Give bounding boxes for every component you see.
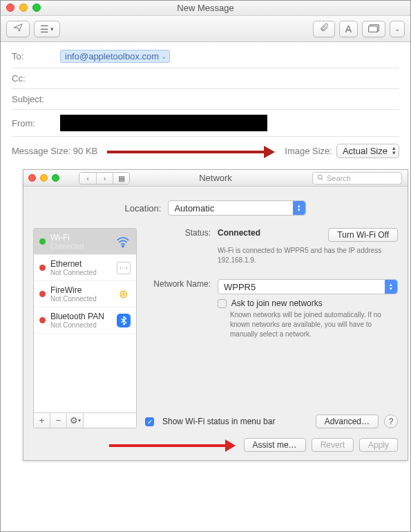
sidebar-item-sub: Connected [50, 243, 111, 250]
annotation-arrow [107, 148, 275, 155]
firewire-icon: ⊛ [115, 287, 131, 301]
sidebar-item-sub: Not Connected [50, 295, 111, 303]
chevron-down-icon: ▾ [78, 417, 81, 424]
show-status-checkbox[interactable] [145, 417, 154, 426]
close-window-button[interactable] [6, 3, 15, 12]
chevron-right-icon: › [104, 174, 106, 182]
network-name-select[interactable]: WPPR5 [218, 279, 398, 294]
search-placeholder: Search [327, 174, 351, 182]
image-size-value: Actual Size [343, 146, 388, 156]
ethernet-icon: ‹··› [117, 262, 131, 274]
message-meta-row: Message Size: 90 KB Image Size: Actual S… [12, 137, 399, 167]
to-label: To: [12, 51, 60, 61]
from-redacted [60, 115, 267, 131]
list-icon: ☰ [40, 23, 49, 35]
select-arrows-icon [293, 201, 305, 215]
image-size-select[interactable]: Actual Size ▴▾ [336, 144, 399, 158]
sidebar-item-firewire[interactable]: FireWire Not Connected ⊛ [34, 281, 136, 307]
mail-toolbar: ☰ ▾ A ⌄ [1, 16, 410, 42]
sidebar-item-bluetooth[interactable]: Bluetooth PAN Not Connected [34, 307, 136, 334]
svg-line-3 [321, 178, 323, 180]
turn-wifi-off-button[interactable]: Turn Wi-Fi Off [328, 228, 398, 242]
remove-interface-button[interactable]: − [50, 413, 67, 428]
close-window-button[interactable] [28, 174, 36, 182]
grid-icon: ▦ [118, 174, 125, 183]
forward-button[interactable]: › [96, 173, 113, 184]
ask-to-join-description: Known networks will be joined automatica… [230, 310, 398, 339]
assist-me-button[interactable]: Assist me… [244, 438, 306, 452]
emoji-button[interactable]: ⌄ [390, 21, 405, 37]
location-select[interactable]: Automatic [168, 200, 306, 216]
from-row[interactable]: From: [12, 110, 399, 137]
bluetooth-icon [117, 314, 131, 327]
search-icon [317, 174, 324, 182]
subject-label: Subject: [12, 94, 60, 104]
minus-icon: − [56, 415, 61, 426]
back-button[interactable]: ‹ [79, 173, 96, 184]
revert-button[interactable]: Revert [312, 438, 354, 452]
status-value: Connected [218, 228, 260, 238]
network-window-controls [28, 174, 59, 182]
network-titlebar: ‹ › ▦ Network Search [23, 170, 408, 187]
ask-to-join-checkbox[interactable] [218, 299, 227, 308]
to-row[interactable]: To: info@appletoolbox.com ⌄ [12, 45, 399, 68]
chevron-left-icon: ‹ [86, 174, 89, 182]
svg-point-4 [122, 245, 124, 247]
sidebar-item-wifi[interactable]: Wi-Fi Connected [34, 229, 136, 255]
attach-button[interactable] [313, 21, 335, 37]
font-icon: A [345, 23, 352, 35]
window-controls [6, 3, 41, 12]
cc-row[interactable]: Cc: [12, 68, 399, 89]
apply-button[interactable]: Apply [359, 438, 398, 452]
show-status-label: Show Wi-Fi status in menu bar [162, 417, 310, 426]
window-title: New Message [177, 3, 233, 13]
minimize-window-button[interactable] [19, 3, 28, 12]
status-dot-icon [39, 291, 46, 297]
nav-segmented-control[interactable]: ‹ › ▦ [79, 172, 130, 184]
media-icon [368, 23, 379, 35]
image-size-label: Image Size: [285, 146, 332, 156]
location-value: Automatic [174, 203, 214, 213]
help-button[interactable]: ? [384, 415, 398, 428]
network-actions-row: Assist me… Revert Apply [33, 438, 398, 452]
sidebar-footer: + − ⚙▾ [34, 412, 136, 428]
chevron-down-icon: ⌄ [394, 25, 400, 32]
zoom-window-button[interactable] [52, 174, 59, 182]
photo-browser-button[interactable] [362, 21, 385, 37]
format-button[interactable]: A [339, 21, 358, 37]
show-all-button[interactable]: ▦ [113, 173, 129, 184]
compose-area: To: info@appletoolbox.com ⌄ Cc: Subject:… [1, 42, 410, 461]
chevron-down-icon[interactable]: ⌄ [161, 53, 166, 60]
network-prefs-window: ‹ › ▦ Network Search Location: Automatic [23, 169, 408, 461]
prefs-search-input[interactable]: Search [312, 172, 402, 184]
chevron-down-icon: ▾ [50, 26, 54, 32]
to-recipient-token[interactable]: info@appletoolbox.com ⌄ [60, 50, 170, 63]
select-arrows-icon [385, 280, 397, 294]
status-dot-icon [39, 238, 46, 245]
status-dot-icon [39, 265, 46, 271]
stepper-icon: ▴▾ [392, 146, 396, 155]
paper-plane-icon [12, 23, 23, 35]
sidebar-item-label: Wi-Fi [50, 233, 111, 243]
interface-actions-button[interactable]: ⚙▾ [67, 413, 84, 428]
advanced-button[interactable]: Advanced… [316, 415, 379, 428]
annotation-arrow [33, 441, 236, 448]
sidebar-item-ethernet[interactable]: Ethernet Not Connected ‹··› [34, 255, 136, 281]
wifi-icon [115, 235, 131, 249]
subject-row[interactable]: Subject: [12, 89, 399, 110]
zoom-window-button[interactable] [32, 3, 41, 12]
minimize-window-button[interactable] [40, 174, 48, 182]
status-label: Status: [145, 228, 211, 238]
sidebar-item-label: Ethernet [50, 259, 112, 269]
interface-detail: Status: Connected Turn Wi-Fi Off Wi-Fi i… [145, 228, 398, 428]
svg-point-2 [318, 175, 322, 179]
sidebar-item-label: FireWire [50, 285, 111, 295]
ask-to-join-label: Ask to join new networks [231, 298, 323, 308]
location-row: Location: Automatic [33, 200, 398, 216]
send-button[interactable] [6, 21, 30, 37]
to-recipient-text: info@appletoolbox.com [65, 51, 159, 61]
header-options-button[interactable]: ☰ ▾ [34, 21, 60, 37]
sidebar-item-label: Bluetooth PAN [50, 312, 112, 321]
add-interface-button[interactable]: + [34, 413, 50, 428]
cc-label: Cc: [12, 73, 60, 84]
